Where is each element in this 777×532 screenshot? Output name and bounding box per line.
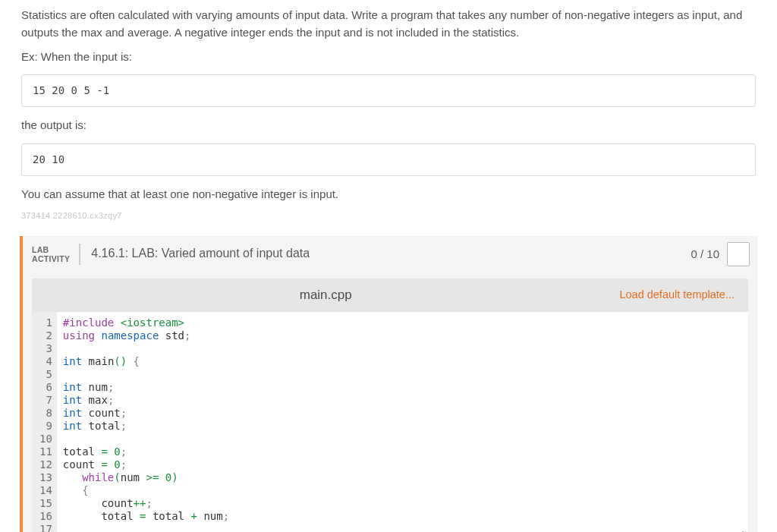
example-output-box: 20 10 [21,143,756,177]
load-default-template-link[interactable]: Load default template... [619,286,748,303]
lab-header: LAB ACTIVITY 4.16.1: LAB: Varied amount … [23,236,757,269]
tok: std [165,329,184,342]
problem-statement: Statistics are often calculated with var… [0,6,777,222]
line-number-gutter: 1 2 3 4 5 6 7 8 9 10 11 12 13 14 15 16 1… [32,312,57,532]
code-area[interactable]: #include <iostream> using namespace std;… [57,312,748,532]
tok: #include [63,316,114,329]
tok: count [63,458,95,471]
example-input-label: Ex: When the input is: [21,48,756,65]
tok: using [63,329,95,342]
tok: total [89,420,121,432]
tok: num [121,471,140,483]
tok: count [101,497,133,509]
lab-activity-panel: LAB ACTIVITY 4.16.1: LAB: Varied amount … [20,236,757,532]
lab-title: 4.16.1: LAB: Varied amount of input data [80,244,690,263]
tok: num [89,381,108,393]
lab-badge-icon[interactable] [727,242,750,266]
tok: 0 [165,471,171,483]
tok: <iostream> [121,316,184,329]
tok: int [63,420,82,432]
filename-tab[interactable]: main.cpp [32,285,619,305]
tok: while [82,471,114,483]
intro-text: Statistics are often calculated with var… [21,6,756,42]
lab-score: 0 / 10 [690,245,719,263]
example-input-box: 15 20 0 5 -1 [21,74,756,108]
assumption-note: You can assume that at least one non-neg… [21,185,756,203]
tok: total [153,510,184,522]
code-editor[interactable]: 1 2 3 4 5 6 7 8 9 10 11 12 13 14 15 16 1… [32,312,748,532]
tok: 0 [114,445,120,458]
tok: int [63,394,82,406]
tok: total [101,510,133,522]
lab-tag-line1: LAB [32,245,70,254]
editor-tabbar: main.cpp Load default template... [32,279,748,312]
tok: int [63,355,82,367]
output-label: the output is: [21,116,756,134]
lab-tag-line2: ACTIVITY [32,254,70,263]
tok: total [63,445,95,458]
tok: int [63,407,82,419]
content-hash: 373414.2228610.cx3zqy7 [21,209,756,222]
tok: main [89,355,115,367]
lab-activity-tag: LAB ACTIVITY [30,244,80,265]
tok: max [89,394,108,406]
tok: count [89,407,121,419]
tok: namespace [101,329,159,342]
tok: 0 [114,458,120,471]
tok: num [203,510,222,522]
tok: int [63,381,82,393]
